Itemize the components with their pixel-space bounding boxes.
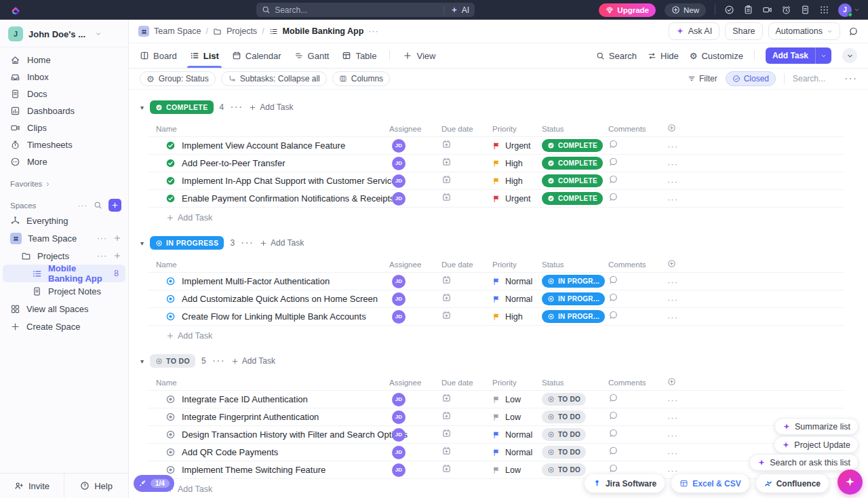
row-more-icon[interactable] [667, 430, 678, 440]
task-name[interactable]: Add QR Code Payments [182, 447, 278, 457]
row-more-icon[interactable] [667, 141, 678, 151]
task-in-progress-icon[interactable] [165, 294, 176, 304]
task-row[interactable]: Implement View Account Balance Feature J… [148, 137, 844, 155]
column-status[interactable]: Status [539, 379, 606, 387]
task-todo-icon[interactable] [165, 447, 176, 457]
spaces-more-icon[interactable] [78, 202, 88, 210]
row-more-icon[interactable] [667, 294, 678, 305]
assignee-avatar[interactable]: JD [392, 428, 406, 442]
add-column-icon[interactable] [667, 259, 676, 268]
comment-icon[interactable] [608, 463, 618, 474]
task-row[interactable]: Add Customizable Quick Actions on Home S… [148, 290, 844, 308]
task-todo-icon[interactable] [165, 394, 176, 404]
space-add-icon[interactable] [113, 234, 121, 242]
sidebar-item-home[interactable]: Home [0, 52, 128, 69]
sidebar-item-timesheets[interactable]: Timesheets [0, 136, 128, 153]
view-search-button[interactable]: Search [596, 51, 637, 61]
group-by-button[interactable]: Group: Status [140, 71, 216, 86]
sidebar-item-clips[interactable]: Clips [0, 119, 128, 136]
column-priority[interactable]: Priority [490, 379, 539, 387]
comments-icon[interactable] [848, 26, 859, 37]
task-name[interactable]: Implement In-App Chat Support with Custo… [182, 176, 396, 186]
priority-label[interactable]: Urgent [505, 141, 531, 151]
group-add-task-button[interactable]: Add Task [231, 356, 275, 366]
task-in-progress-icon[interactable] [165, 311, 176, 322]
task-name[interactable]: Add Customizable Quick Actions on Home S… [182, 294, 378, 304]
collapse-header-button[interactable] [842, 48, 857, 63]
assignee-avatar[interactable]: JD [392, 446, 406, 459]
column-due-date[interactable]: Due date [439, 125, 490, 133]
list-search-input[interactable] [793, 74, 840, 83]
search-or-ask-button[interactable]: Search or ask this list [749, 454, 859, 471]
priority-label[interactable]: Normal [505, 277, 532, 286]
closed-toggle[interactable]: Closed [726, 71, 776, 86]
sidebar-item-team-space[interactable]: Team Space [0, 229, 128, 247]
sidebar-item-inbox[interactable]: Inbox [0, 69, 128, 85]
row-more-icon[interactable] [667, 448, 678, 458]
task-row[interactable]: Implement Multi-Factor Authentication JD… [148, 273, 844, 290]
comment-icon[interactable] [608, 410, 618, 421]
due-date-icon[interactable] [441, 192, 452, 202]
task-name[interactable]: Enable Payment Confirmation Notification… [182, 193, 395, 204]
ask-ai-button[interactable]: Ask AI [669, 22, 719, 40]
row-more-icon[interactable] [667, 159, 678, 169]
column-comments[interactable]: Comments [606, 261, 665, 269]
task-row[interactable]: Add Peer-to-Peer Transfer JD High COMPLE… [148, 155, 844, 172]
priority-label[interactable]: High [505, 312, 523, 322]
priority-label[interactable]: High [505, 176, 523, 186]
task-todo-icon[interactable] [165, 429, 176, 440]
comment-icon[interactable] [608, 446, 618, 456]
task-todo-icon[interactable] [165, 412, 176, 422]
column-assignee[interactable]: Assignee [387, 261, 439, 269]
priority-label[interactable]: Normal [505, 448, 532, 457]
group-add-task-button[interactable]: Add Task [249, 102, 293, 112]
task-complete-icon[interactable] [165, 193, 176, 204]
help-button[interactable]: Help [64, 474, 128, 498]
task-in-progress-icon[interactable] [165, 276, 176, 286]
column-due-date[interactable]: Due date [439, 261, 490, 269]
group-more-icon[interactable] [230, 101, 243, 113]
folder-add-icon[interactable] [113, 252, 121, 260]
priority-label[interactable]: Urgent [505, 194, 531, 204]
tasks-check-icon[interactable] [724, 5, 734, 15]
add-column-icon[interactable] [667, 123, 676, 132]
column-assignee[interactable]: Assignee [387, 125, 439, 133]
ai-fab-button[interactable] [837, 470, 863, 495]
comment-icon[interactable] [608, 428, 618, 438]
column-priority[interactable]: Priority [490, 125, 539, 133]
notepad-icon[interactable] [743, 5, 753, 15]
group-status-badge[interactable]: TO DO [150, 354, 195, 368]
sidebar-item-create-space[interactable]: Create Space [0, 318, 128, 335]
assignee-avatar[interactable]: JD [392, 139, 406, 153]
row-more-icon[interactable] [667, 176, 678, 187]
task-row[interactable]: Add QR Code Payments JD Normal TO DO [148, 444, 844, 461]
collapse-group-icon[interactable] [140, 358, 144, 365]
toolbar-more-icon[interactable] [844, 73, 857, 85]
sidebar-item-docs[interactable]: Docs [0, 85, 128, 102]
comment-icon[interactable] [608, 310, 618, 320]
sidebar-item-everything[interactable]: Everything [0, 212, 128, 229]
comment-icon[interactable] [608, 292, 618, 303]
favorites-section[interactable]: Favorites [0, 180, 128, 188]
assignee-avatar[interactable]: JD [392, 275, 406, 288]
add-task-row-button[interactable]: Add Task [166, 331, 844, 341]
share-button[interactable]: Share [725, 22, 762, 40]
status-badge[interactable]: IN PROGR... [542, 310, 605, 323]
onboarding-progress-button[interactable]: 1/4 [134, 475, 174, 492]
confluence-import-button[interactable]: Confluence [756, 474, 829, 493]
column-assignee[interactable]: Assignee [387, 379, 439, 387]
sidebar-item-view-all-spaces[interactable]: View all Spaces [0, 300, 128, 318]
column-due-date[interactable]: Due date [439, 379, 490, 387]
tab-gantt[interactable]: Gantt [294, 43, 330, 68]
tab-board[interactable]: Board [140, 43, 177, 68]
column-status[interactable]: Status [539, 125, 606, 133]
jira-import-button[interactable]: Jira Software [585, 474, 665, 493]
assignee-avatar[interactable]: JD [392, 393, 406, 406]
task-row[interactable]: Implement In-App Chat Support with Custo… [148, 172, 844, 190]
comment-icon[interactable] [608, 275, 618, 285]
due-date-icon[interactable] [441, 139, 452, 149]
assignee-avatar[interactable]: JD [392, 174, 406, 188]
assignee-avatar[interactable]: JD [392, 463, 406, 477]
row-more-icon[interactable] [667, 194, 678, 204]
space-more-icon[interactable] [97, 233, 107, 243]
